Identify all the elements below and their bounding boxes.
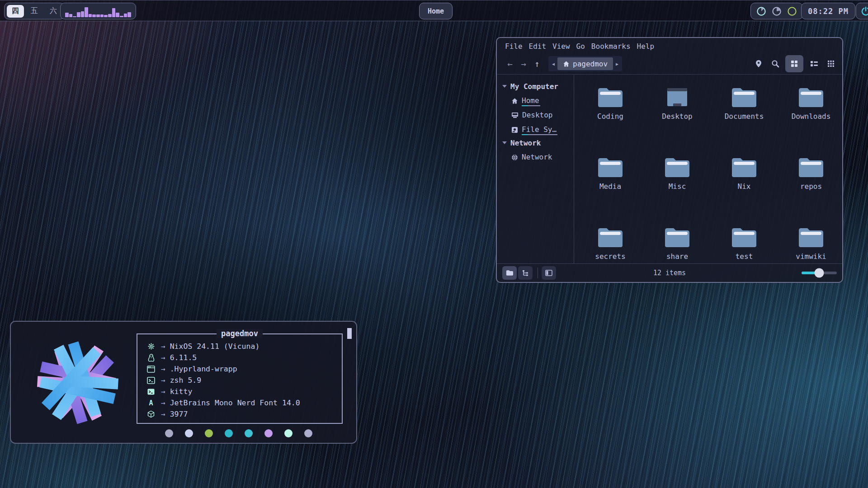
folder-name: share [666,252,688,261]
search-icon[interactable] [769,58,781,70]
desktop: { "top_bar": { "workspaces": [ {"label":… [0,0,868,488]
palette-dot [245,429,253,437]
desktop-folder-icon [664,87,690,108]
folder-share[interactable]: share [644,224,711,294]
menu-view[interactable]: View [552,42,571,51]
palette-dot [205,429,213,437]
visualizer-bar [92,14,96,17]
workspace-四-active[interactable]: 四 [7,5,24,18]
up-button[interactable]: ↑ [530,59,544,69]
icon-view-button[interactable] [785,55,803,72]
detail-view-icon[interactable] [825,58,837,70]
menu-help[interactable]: Help [636,42,656,51]
location-pin-icon[interactable] [753,58,764,70]
fetch-value: kitty [170,387,193,396]
folder-repos[interactable]: repos [778,154,844,224]
fetch-row-shell: →zsh 5.9 [146,375,342,386]
sidebar-section-network[interactable]: Network [502,137,574,149]
folder-name: vimwiki [796,252,826,261]
chevron-down-icon [502,141,507,144]
fetch-value: 6.11.5 [170,353,197,362]
sidebar-item-label: File Sy… [522,125,557,134]
sidebar-section-label: Network [510,139,541,147]
terminal-window[interactable]: pagedmov →NixOS 24.11 (Vicuna)→6.11.5→.H… [10,321,357,444]
visualizer-bar [120,16,123,17]
zoom-slider[interactable] [802,272,837,274]
nixos-logo [26,332,129,434]
folder-name: Media [599,182,621,191]
arrow-icon: → [161,342,165,351]
path-tab-pagedmov[interactable]: pagedmov [557,57,613,70]
sidebar-item-label: Desktop [522,111,552,120]
fetch-row-kernel: →6.11.5 [146,352,342,363]
folder-vimwiki[interactable]: vimwiki [778,224,844,294]
arrow-icon: → [161,399,165,407]
folder-icon [597,227,623,248]
visualizer-bars [65,5,131,17]
clock-label: 08:22 PM [808,7,849,16]
folder-test[interactable]: test [711,224,778,294]
places-sidebar: My ComputerHomeDesktopFile Sy…NetworkNet… [497,75,574,263]
forward-button[interactable]: → [517,59,530,69]
sidebar-item-home[interactable]: Home [511,95,574,107]
menu-go[interactable]: Go [576,42,586,51]
fetch-row-wm: →.Hyprland-wrapp [146,363,342,375]
power-button[interactable] [856,3,868,19]
breadcrumb-left-icon[interactable]: ◀ [551,61,556,66]
folder-icon [731,87,757,108]
item-count: 12 items [497,269,842,277]
visualizer-bar [104,15,108,17]
visualizer-bar [108,14,112,17]
arrow-icon: → [161,353,165,362]
arrow-icon: → [161,410,165,418]
folder-secrets[interactable]: secrets [577,224,644,294]
folder-media[interactable]: Media [577,154,644,224]
back-button[interactable]: ← [503,59,517,69]
fetch-value: 3977 [170,410,188,418]
palette-dot [185,429,193,437]
sidebar-section-my-computer[interactable]: My Computer [502,80,574,92]
palette-dot [304,429,312,437]
arrow-icon: → [161,387,165,396]
active-window-title: Home [419,3,453,19]
folder-icon [664,157,690,178]
visualizer-bar [73,16,76,17]
visualizer-bar [69,14,73,17]
folder-desktop[interactable]: Desktop [644,84,711,154]
sidebar-item-filesy[interactable]: File Sy… [511,124,574,136]
menu-edit[interactable]: Edit [528,42,547,51]
folder-icon [798,227,824,248]
folder-coding[interactable]: Coding [577,84,644,154]
compact-view-icon[interactable] [808,58,820,70]
font-icon: A [146,399,156,407]
breadcrumb-right-icon[interactable]: ▶ [615,61,619,66]
sidebar-section-label: My Computer [510,82,558,91]
sidebar-item-desktop[interactable]: Desktop [511,109,574,121]
power-icon [861,6,868,16]
sidebar-item-network[interactable]: Network [511,151,574,163]
fetch-row-packages: →3977 [146,408,342,420]
shell-icon [146,377,156,384]
zoom-slider-thumb[interactable] [815,268,824,278]
clock-widget[interactable]: 08:22 PM [801,3,855,19]
folder-nix[interactable]: Nix [711,154,778,224]
palette-dot [165,429,173,437]
workspace-六[interactable]: 六 [45,5,62,18]
home-icon [511,98,518,104]
menu-bookmarks[interactable]: Bookmarks [590,42,632,51]
kernel-icon [146,354,156,362]
workspace-五[interactable]: 五 [26,5,43,18]
folder-documents[interactable]: Documents [711,84,778,154]
gauge-cyan [756,6,766,16]
sidebar-item-label: Network [522,153,552,162]
visualizer-bar [127,12,131,17]
fastfetch-rows: →NixOS 24.11 (Vicuna)→6.11.5→.Hyprland-w… [137,334,342,420]
desktop-icon [511,112,519,118]
menu-file[interactable]: File [504,42,524,51]
svg-text:A: A [149,399,153,407]
fetch-value: zsh 5.9 [170,376,202,385]
visualizer-bar [85,7,88,17]
folder-misc[interactable]: Misc [644,154,711,224]
folder-downloads[interactable]: Downloads [778,84,844,154]
visualizer-bar [124,14,127,17]
